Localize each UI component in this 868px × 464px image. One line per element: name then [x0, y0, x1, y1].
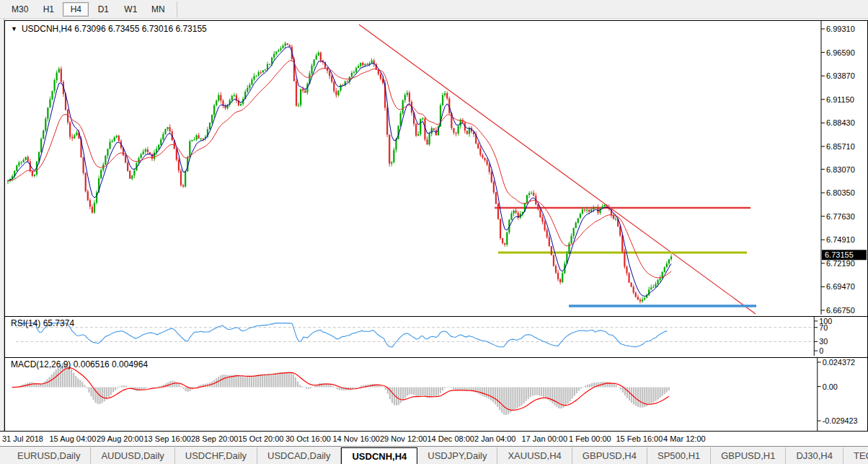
date-axis-label: 31 Jul 2018 [2, 434, 43, 443]
chart-tab-eurusd[interactable]: EURUSD,Daily [7, 447, 91, 464]
chart-title-text: USDCNH,H4 6.73096 6.73455 6.73016 6.7315… [22, 24, 207, 34]
macd-axis-label: -0.029423 [823, 416, 858, 425]
price-axis-labels: 6.993106.965906.938706.911506.884306.857… [821, 25, 855, 315]
price-axis-label: 6.83070 [826, 165, 855, 174]
date-axis-label: 29 Nov 12:00 [380, 434, 427, 443]
chart-tab-gbpusd[interactable]: GBPUSD,H4 [572, 447, 647, 464]
price-axis-label: 6.72190 [826, 259, 855, 268]
macd-title: MACD(12,26,9) 0.006516 0.004964 [11, 359, 148, 369]
date-axis[interactable]: 31 Jul 201815 Aug 04:0029 Aug 20:0013 Se… [0, 431, 868, 447]
chart-tab-sp500[interactable]: SP500,H1 [647, 447, 711, 464]
timeframe-button-d1[interactable]: D1 [90, 2, 116, 17]
date-axis-label: 1 Feb 00:00 [569, 434, 611, 443]
date-axis-label: 17 Jan 00:00 [522, 434, 568, 443]
toolbar-separator [177, 1, 177, 17]
rsi-line [18, 323, 667, 347]
price-axis-label: 6.66750 [826, 306, 855, 315]
date-axis-label: 30 Oct 16:00 [285, 434, 331, 443]
date-axis-label: 4 Mar 12:00 [663, 434, 706, 443]
price-axis-label: 6.91150 [826, 95, 854, 104]
date-axis-label: 15 Aug 04:00 [50, 434, 97, 443]
chart-tab-usdcnh[interactable]: USDCNH,H4 [341, 447, 417, 464]
rsi-indicator-pane[interactable]: 10070300 [5, 316, 867, 356]
macd-histogram [12, 363, 670, 415]
date-axis-label: 14 Nov 16:00 [333, 434, 380, 443]
chart-tab-tech100[interactable]: TECH100,H1 [843, 447, 868, 464]
main-price-chart[interactable]: 6.993106.965906.938706.911506.884306.857… [5, 21, 867, 315]
timeframe-button-m30[interactable]: M30 [6, 2, 34, 17]
chart-tab-usdjpy[interactable]: USDJPY,Daily [417, 447, 497, 464]
chart-tab-gbpusd[interactable]: GBPUSD,H1 [711, 447, 786, 464]
price-axis-label: 6.80350 [826, 188, 855, 197]
chart-tab-bar: EURUSD,DailyAUDUSD,DailyUSDCHF,DailyUSDC… [0, 447, 868, 464]
timeframe-button-h1[interactable]: H1 [35, 2, 61, 17]
date-axis-label: 13 Sep 16:00 [144, 434, 191, 443]
price-axis-label: 6.99310 [826, 25, 855, 33]
rsi-axis-label: 30 [819, 337, 828, 346]
chart-tab-usdcad[interactable]: USDCAD,Daily [257, 447, 341, 464]
rsi-axis-label: 70 [819, 323, 828, 332]
trading-app-window: M30H1H4D1W1MN ▼ USDCNH,H4 6.73096 6.7345… [0, 0, 868, 464]
date-axis-label: 29 Aug 20:00 [97, 434, 143, 443]
date-axis-label: 15 Oct 20:00 [239, 434, 284, 443]
macd-axis-label: 0.024372 [823, 358, 855, 367]
date-axis-label: 28 Sep 20:00 [191, 434, 238, 443]
timeframe-button-h4[interactable]: H4 [63, 2, 89, 17]
price-axis-label: 6.93870 [826, 71, 855, 80]
price-axis-label: 6.88430 [826, 118, 855, 127]
chevron-down-icon[interactable]: ▼ [11, 25, 17, 32]
date-axis-label: 15 Feb 16:00 [616, 434, 663, 443]
date-axis-label: 2 Jan 04:00 [474, 434, 516, 443]
slow-ma-line [8, 61, 671, 278]
price-axis-label: 6.77630 [826, 212, 855, 221]
candlesticks [7, 41, 672, 303]
price-axis-label: 6.69470 [826, 282, 855, 291]
chart-tab-dj30[interactable]: DJ30,H4 [786, 447, 843, 464]
chart-window: ▼ USDCNH,H4 6.73096 6.73455 6.73016 6.73… [4, 20, 868, 447]
chart-tab-audusd[interactable]: AUDUSD,Daily [91, 447, 174, 464]
macd-axis-label: 0.00 [823, 382, 838, 391]
timeframe-buttons: M30H1H4D1W1MN [6, 2, 172, 17]
fast-ma-line [8, 47, 671, 297]
timeframe-button-mn[interactable]: MN [145, 2, 171, 17]
chart-tab-usdchf[interactable]: USDCHF,Daily [175, 447, 257, 464]
price-axis-label: 6.85710 [826, 142, 855, 151]
timeframe-button-w1[interactable]: W1 [118, 2, 143, 17]
price-axis-label: 6.96590 [826, 48, 855, 57]
chart-tab-xauusd[interactable]: XAUUSD,H4 [497, 447, 572, 464]
timeframe-toolbar: M30H1H4D1W1MN [0, 0, 868, 19]
current-price-label: 6.73155 [825, 250, 854, 259]
rsi-axis-label: 0 [819, 346, 823, 355]
descending-trendline[interactable] [359, 25, 756, 314]
price-axis-label: 6.74910 [826, 235, 855, 244]
rsi-title: RSI(14) 65.7374 [11, 318, 74, 328]
chart-title: ▼ USDCNH,H4 6.73096 6.73455 6.73016 6.73… [11, 24, 207, 34]
date-axis-label: 14 Dec 08:00 [428, 434, 474, 443]
